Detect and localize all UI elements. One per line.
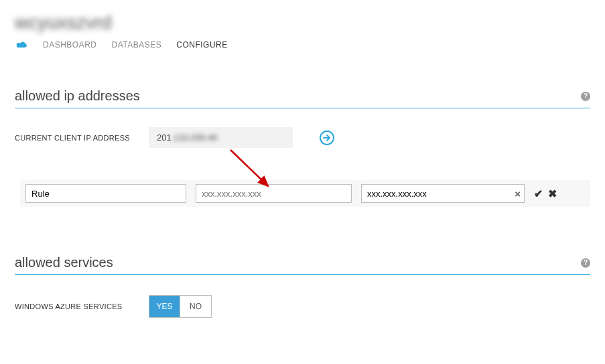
add-client-ip-button[interactable] bbox=[320, 130, 334, 145]
tab-bar: DASHBOARD DATABASES CONFIGURE bbox=[0, 40, 605, 56]
allowed-services-heading-row: allowed services ? bbox=[15, 255, 590, 275]
allowed-services-heading: allowed services bbox=[15, 255, 113, 270]
section-allowed-ip: allowed ip addresses ? CURRENT CLIENT IP… bbox=[0, 88, 605, 207]
client-ip-blur: .110.200.40 bbox=[172, 132, 218, 143]
toggle-no-button[interactable]: NO bbox=[180, 296, 211, 317]
tab-databases[interactable]: DATABASES bbox=[112, 40, 162, 50]
cancel-x-icon[interactable]: ✖ bbox=[548, 187, 557, 200]
confirm-check-icon[interactable]: ✔ bbox=[534, 187, 543, 200]
client-ip-value: 201.110.200.40 bbox=[149, 127, 293, 148]
rule-row: × ✔ ✖ bbox=[20, 180, 590, 207]
allowed-ip-heading-row: allowed ip addresses ? bbox=[15, 88, 590, 108]
client-ip-label: CURRENT CLIENT IP ADDRESS bbox=[15, 134, 135, 142]
help-icon[interactable]: ? bbox=[581, 92, 590, 101]
section-allowed-services: allowed services ? WINDOWS AZURE SERVICE… bbox=[0, 255, 605, 318]
clear-input-icon[interactable]: × bbox=[515, 188, 521, 199]
rule-confirm-icons: ✔ ✖ bbox=[534, 187, 561, 200]
allowed-ip-heading: allowed ip addresses bbox=[15, 88, 140, 104]
rule-end-ip-wrap: × bbox=[361, 184, 525, 203]
page-title: wcyuxszvrd bbox=[0, 0, 605, 40]
azure-services-toggle: YES NO bbox=[149, 295, 212, 318]
cloud-icon bbox=[15, 40, 28, 50]
rule-end-ip-input[interactable] bbox=[361, 184, 525, 203]
client-ip-row: CURRENT CLIENT IP ADDRESS 201.110.200.40 bbox=[15, 127, 590, 148]
rule-name-input[interactable] bbox=[25, 184, 186, 203]
rule-start-ip-input[interactable] bbox=[196, 184, 352, 203]
client-ip-prefix: 201 bbox=[157, 132, 172, 143]
azure-services-row: WINDOWS AZURE SERVICES YES NO bbox=[15, 295, 590, 318]
azure-services-label: WINDOWS AZURE SERVICES bbox=[15, 302, 149, 310]
help-icon[interactable]: ? bbox=[581, 258, 590, 268]
toggle-yes-button[interactable]: YES bbox=[149, 296, 180, 317]
tab-dashboard[interactable]: DASHBOARD bbox=[43, 40, 97, 50]
tab-configure[interactable]: CONFIGURE bbox=[176, 40, 228, 50]
